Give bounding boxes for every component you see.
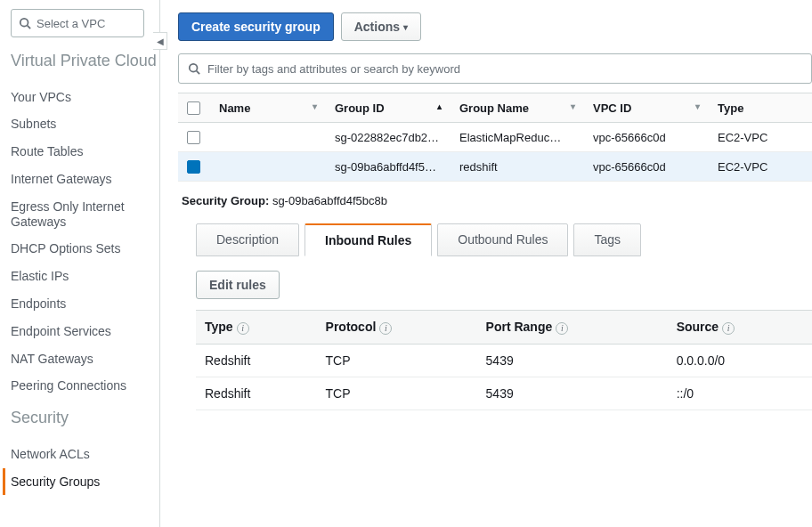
sidebar-item-your-vpcs[interactable]: Your VPCs [11,84,159,111]
edit-rules-button[interactable]: Edit rules [196,271,280,299]
vpc-selector-placeholder: Select a VPC [37,17,105,30]
column-header-group-id[interactable]: Group ID▴ [326,93,451,123]
sidebar-item-subnets[interactable]: Subnets [11,110,159,138]
column-header-vpc-id-label: VPC ID [593,101,631,115]
detail-label: Security Group: [182,194,269,207]
actions-dropdown-button[interactable]: Actions ▾ [341,12,421,41]
column-header-name[interactable]: Name▾ [210,93,326,123]
sidebar-item-dhcp-options-sets[interactable]: DHCP Options Sets [11,235,159,263]
sidebar-collapse-handle[interactable]: ◀ [153,32,167,50]
cell-type: EC2-VPC [709,123,812,152]
info-icon[interactable]: i [379,322,392,335]
cell-vpc-id: vpc-65666c0d [584,123,709,152]
rule-type: Redshift [196,377,317,409]
detail-value: sg-09ba6abffd4f5bc8b [272,194,387,207]
rules-column-protocol[interactable]: Protocoli [317,311,477,345]
cell-name [210,152,326,182]
cell-group-name: ElasticMapReduc… [451,123,584,152]
rules-column-type[interactable]: Typei [196,311,317,345]
row-checkbox[interactable] [187,160,200,174]
detail-header: Security Group: sg-09ba6abffd4f5bc8b [178,182,812,215]
sidebar-item-route-tables[interactable]: Route Tables [11,138,159,166]
column-header-group-name[interactable]: Group Name▾ [451,93,584,123]
rule-source: ::/0 [668,377,812,409]
column-header-group-name-label: Group Name [459,101,529,115]
sidebar-section-title-security: Security [11,409,159,428]
tab-tags[interactable]: Tags [573,223,641,256]
rules-column-source-label: Source [677,320,719,334]
rule-row: Redshift TCP 5439 0.0.0.0/0 [196,344,812,377]
search-icon [188,62,200,75]
row-checkbox[interactable] [187,131,200,144]
rule-protocol: TCP [317,344,477,377]
cell-name [210,123,326,152]
column-header-type[interactable]: Type [709,93,812,123]
sidebar-item-security-groups[interactable]: Security Groups [3,468,159,496]
tab-inbound-rules[interactable]: Inbound Rules [304,223,432,256]
sidebar-section-title-vpc: Virtual Private Cloud [11,52,159,71]
inbound-rules-table: Typei Protocoli Port Rangei Sourcei Reds… [196,310,812,410]
column-header-select[interactable] [178,93,210,123]
rules-column-protocol-label: Protocol [326,320,377,334]
sidebar-item-egress-only-internet-gateways[interactable]: Egress Only Internet Gateways [11,193,159,236]
sidebar-item-peering-connections[interactable]: Peering Connections [11,372,159,400]
rule-port-range: 5439 [477,344,668,377]
sort-asc-icon: ▴ [437,101,442,111]
rule-row: Redshift TCP 5439 ::/0 [196,377,812,409]
svg-point-2 [190,64,198,72]
sort-icon: ▾ [571,101,575,111]
filter-input[interactable]: Filter by tags and attributes or search … [178,53,812,84]
filter-placeholder: Filter by tags and attributes or search … [207,62,460,76]
rule-type: Redshift [196,344,317,377]
vpc-selector[interactable]: Select a VPC [11,9,144,37]
sidebar: Select a VPC ◀ Virtual Private Cloud You… [0,0,160,527]
rule-port-range: 5439 [477,377,668,409]
column-header-group-id-label: Group ID [335,101,385,115]
cell-group-id: sg-09ba6abffd4f5… [326,152,451,182]
table-row[interactable]: sg-09ba6abffd4f5… redshift vpc-65666c0d … [178,152,812,182]
cell-vpc-id: vpc-65666c0d [584,152,709,182]
rules-column-type-label: Type [205,320,233,334]
rules-column-port-range[interactable]: Port Rangei [477,311,668,345]
select-all-checkbox[interactable] [187,101,200,115]
svg-line-1 [28,26,31,29]
search-icon [19,17,31,29]
sidebar-item-elastic-ips[interactable]: Elastic IPs [11,263,159,290]
info-icon[interactable]: i [556,322,568,335]
sidebar-item-internet-gateways[interactable]: Internet Gateways [11,166,159,193]
cell-group-name: redshift [451,152,584,182]
sidebar-item-nat-gateways[interactable]: NAT Gateways [11,345,159,373]
create-security-group-button[interactable]: Create security group [178,12,334,41]
info-icon[interactable]: i [722,322,735,335]
table-row[interactable]: sg-022882ec7db2… ElasticMapReduc… vpc-65… [178,123,812,152]
column-header-type-label: Type [718,101,743,115]
info-icon[interactable]: i [237,322,249,335]
sidebar-item-endpoints[interactable]: Endpoints [11,290,159,318]
security-groups-table: Name▾ Group ID▴ Group Name▾ VPC ID▾ Type… [178,93,812,182]
column-header-name-label: Name [219,101,250,115]
rule-protocol: TCP [317,377,477,409]
sidebar-item-network-acls[interactable]: Network ACLs [11,441,159,468]
cell-group-id: sg-022882ec7db2… [326,123,451,152]
rules-column-source[interactable]: Sourcei [668,311,812,345]
sort-icon: ▾ [313,101,317,111]
tab-outbound-rules[interactable]: Outbound Rules [437,223,568,256]
detail-tabs: Description Inbound Rules Outbound Rules… [196,223,812,256]
column-header-vpc-id[interactable]: VPC ID▾ [584,93,709,123]
rules-column-port-range-label: Port Range [486,320,553,334]
cell-type: EC2-VPC [709,152,812,182]
rule-source: 0.0.0.0/0 [668,344,812,377]
action-toolbar: Create security group Actions ▾ [178,12,812,41]
chevron-down-icon: ▾ [403,22,408,32]
actions-dropdown-label: Actions [354,20,400,34]
svg-line-3 [197,71,200,75]
sidebar-item-endpoint-services[interactable]: Endpoint Services [11,318,159,345]
sort-icon: ▾ [695,101,700,111]
tab-description[interactable]: Description [196,223,299,256]
svg-point-0 [20,19,28,27]
main-content: Create security group Actions ▾ Filter b… [160,0,812,527]
